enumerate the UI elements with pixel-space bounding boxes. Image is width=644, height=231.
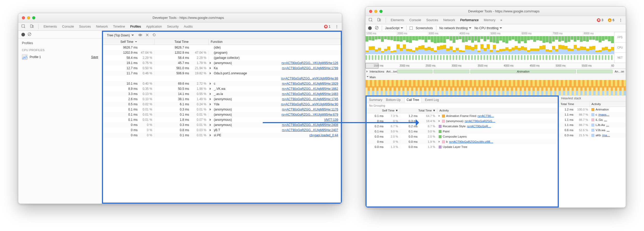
col-self-time[interactable]: Self Time [103, 39, 155, 45]
expand-icon[interactable] [210, 72, 212, 75]
source-link[interactable]: rs=ACT90oGqRZGG...VKUlgM95Hw:126 [282, 61, 341, 65]
refresh-icon[interactable] [152, 33, 156, 38]
network-throttle-select[interactable]: No network throttling [439, 26, 471, 30]
source-link[interactable]: rs=ACT90… [478, 114, 494, 117]
tab-performance[interactable]: Performance [460, 18, 479, 22]
table-row[interactable]: 0.0 ms2.0 %0.0 ms2.0 %Composite Layers [367, 134, 558, 139]
eye-icon[interactable] [138, 33, 142, 38]
table-row[interactable]: 0 ms0 %0.8 ms0.03 %yB.Trs=ACT90oGqRZGG..… [103, 128, 341, 133]
table-row[interactable]: 11.7 ms0.46 %506.9 ms19.82 %Oda.b.port1.… [103, 71, 341, 76]
tab-network[interactable]: Network [96, 24, 108, 29]
source-link[interactable]: /ma… [602, 134, 610, 137]
tab-sources[interactable]: Sources [426, 18, 438, 22]
screenshots-checkbox[interactable] [410, 27, 413, 30]
table-row[interactable]: 0 ms0 %0.1 ms0.01 %sI.PEcb=gapi.loaded_0… [103, 133, 341, 138]
source-link[interactable]: rs=ACT90oGqR… [467, 125, 491, 128]
grouping-select[interactable]: No Grouping [367, 103, 558, 108]
source-link[interactable]: … [607, 129, 610, 132]
table-row[interactable]: 1.1 ms88.7 %LJb.Aa… [559, 122, 626, 128]
source-link[interactable]: rs=ACT90oGqRZGG...KUlgM95Hw:2408 [282, 123, 341, 127]
device-icon[interactable] [377, 18, 381, 22]
tab-memory[interactable]: Memory [484, 18, 496, 22]
source-link[interactable]: rs=ACT90oGqRZGG...wVKUlgM95Hw:90 [281, 102, 341, 106]
table-row[interactable]: 1.1 ms88.7 %c/maps… [559, 112, 626, 117]
table-row[interactable]: 9626.7 ms9626.7 ms(idle) [103, 45, 341, 50]
table-row[interactable]: 10.1 ms0.40 %69.6 ms2.72 %crs=ACT90oGqRZ… [103, 81, 341, 86]
inspect-icon[interactable] [369, 18, 372, 22]
source-link[interactable]: rs=ACT90oGqRZGG...KUlgM95Hw:1662 [282, 87, 341, 91]
col-self-time[interactable]: Self Time ▼ [367, 108, 400, 113]
close-icon[interactable] [369, 10, 372, 13]
table-row[interactable]: 19.1 ms0.75 %45.7 ms1.79 %(anonymous)rs=… [103, 60, 341, 66]
expand-icon[interactable] [210, 67, 212, 69]
source-link[interactable]: rs=ACT90oGqRZGG...KUlgM95Hw:1929 [282, 82, 341, 85]
flame-ruler[interactable]: 1500 ms2000 ms2500 ms3000 ms3500 ms4000 … [366, 63, 626, 69]
expand-icon[interactable] [210, 118, 212, 121]
table-row[interactable]: 2.6 ms0.10 %38.1 ms1.49 %(anonymous)rs=A… [103, 97, 341, 102]
table-row[interactable]: 1.1 ms88.7 %iL.Ga… [559, 117, 626, 122]
source-link[interactable]: rs=ACT90oGqRZGGxuWo-z8B… [449, 140, 493, 143]
subtab-summary[interactable]: Summary [369, 98, 382, 102]
source-link[interactable]: rs=ACT90oGqRZGG...KUlgM95Hw:1176 [282, 108, 341, 111]
expand-icon[interactable] [210, 93, 212, 95]
expand-icon[interactable] [439, 120, 441, 122]
table-row[interactable]: 0.3 ms21.5 %aKb/ma… [559, 133, 626, 138]
kebab-icon[interactable]: ⋮ [619, 18, 623, 22]
expand-icon[interactable] [439, 141, 441, 143]
table-row[interactable]: 0.1 ms3.0 %0.1 ms3.0 %Paint [367, 129, 558, 134]
source-link[interactable]: cb=gapi.loaded_0:44 [309, 133, 341, 137]
record-icon[interactable] [21, 33, 25, 36]
device-icon[interactable] [30, 24, 34, 29]
table-row[interactable]: 0.6 ms52.6 %VJb.wa… [559, 128, 626, 133]
overflow-tabs-icon[interactable]: » [500, 18, 501, 22]
profile-table[interactable]: 9626.7 ms9626.7 ms(idle)1202.9 ms47.04 %… [103, 45, 341, 203]
source-link[interactable]: VM77:139 [324, 118, 341, 122]
tab-sources[interactable]: Sources [79, 24, 91, 29]
tab-elements[interactable]: Elements [391, 18, 404, 22]
source-link[interactable]: rs=ACT90oGqRZGG...KUlgM95Hw:1483 [282, 92, 341, 96]
col-function[interactable]: Function [209, 39, 341, 45]
expand-icon[interactable] [210, 103, 212, 106]
table-row[interactable]: 0.2 ms8.7 %0.2 ms8.7 %Recalculate Styler… [367, 124, 558, 129]
table-row[interactable]: 0.1 ms0.01 %0.1 ms0.01 %(anonymous)rs=AC… [103, 112, 341, 117]
source-link[interactable]: rs=ACT90oGqRZGG...wVKUlgM95Hw:88 [281, 77, 341, 80]
tab-profiles[interactable]: Profiles [130, 24, 141, 29]
flame-chart[interactable] [366, 80, 626, 95]
error-badge[interactable]: ✖3 [597, 18, 603, 22]
table-row[interactable]: 0.1 ms0.01 %0.3 ms0.01 %(anonymous)rs=AC… [103, 107, 341, 112]
source-link[interactable]: /maps… [598, 113, 609, 116]
source-link[interactable]: … [604, 118, 607, 121]
tab-elements[interactable]: Elements [43, 24, 57, 29]
expand-icon[interactable] [210, 134, 212, 137]
zoom-icon[interactable] [379, 10, 383, 13]
table-row[interactable]: 58.4 ms2.29 %58.4 ms2.29 %(garbage colle… [103, 55, 341, 60]
tab-console[interactable]: Console [62, 24, 74, 29]
track-interactions[interactable]: Interactions Ani…ion Animation An…on [366, 69, 626, 74]
zoom-icon[interactable] [32, 16, 35, 19]
col-total-time[interactable]: Total Time [155, 39, 209, 45]
tab-network[interactable]: Network [443, 18, 455, 22]
source-link[interactable]: rs=ACT90oGqRZGG...VKUlgM95Hw:679 [282, 113, 341, 116]
table-row[interactable]: 12.7 ms0.50 %561.0 ms21.94 %Kars=ACT90oG… [103, 66, 341, 71]
clear-icon[interactable] [375, 26, 379, 30]
expand-icon[interactable] [210, 87, 212, 90]
table-row[interactable]: 0 ms0 %0.3 ms0.01 %(anonymous)rs=ACT90oG… [103, 122, 341, 128]
overview[interactable]: 1000 ms2000 ms3000 ms4000 ms5000 ms6000 … [366, 32, 626, 63]
expand-icon[interactable] [210, 98, 212, 100]
close-icon[interactable] [22, 16, 25, 19]
cpu-throttle-select[interactable]: No CPU throttling [474, 26, 502, 30]
table-row[interactable]: 0.5 ms0.02 %6.1 ms0.24 %Ydars=ACT90oGqRZ… [103, 102, 341, 107]
col-total-time[interactable]: Total Time [559, 101, 590, 107]
titlebar[interactable]: Developer Tools - https://www.google.com… [366, 7, 626, 16]
col-activity[interactable]: Activity [437, 108, 558, 113]
expand-icon[interactable] [210, 62, 212, 64]
track-main[interactable]: Main [366, 74, 626, 80]
subtab-bottom-up[interactable]: Bottom-Up [386, 98, 401, 102]
table-row[interactable]: 8.9 ms0.35 %50.5 ms1.98 %_.VK.wars=ACT90… [103, 86, 341, 91]
minimize-icon[interactable] [374, 10, 377, 13]
table-row[interactable]: 1.2 ms100.0 %Animation [559, 107, 626, 112]
minimize-icon[interactable] [27, 16, 30, 19]
clear-icon[interactable] [145, 33, 149, 38]
source-link[interactable]: rs=ACT90oGqRZGG...KUlgM95Hw:1799 [282, 66, 341, 70]
table-row[interactable]: 0 ms0 %0.0 ms1.9 %brs=ACT90oGqRZGGxuWo-z… [367, 139, 558, 144]
